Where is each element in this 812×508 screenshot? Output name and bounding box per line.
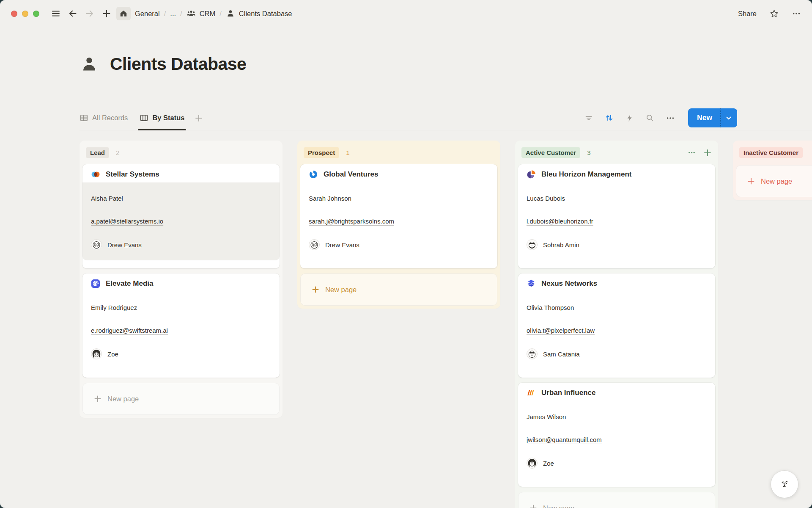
share-button[interactable]: Share: [738, 10, 757, 18]
column-header: Inactive Customer: [736, 144, 812, 164]
board-card[interactable]: Urban InfluenceJames Wilsonjwilson@quant…: [518, 383, 715, 487]
avatar-zoe-icon: [91, 348, 102, 359]
close-window-button[interactable]: [11, 11, 17, 17]
column-status-pill[interactable]: Active Customer: [521, 147, 580, 158]
card-owner: Zoe: [527, 458, 708, 469]
more-options-icon[interactable]: [792, 9, 801, 18]
plus-icon: [102, 9, 111, 18]
search-icon[interactable]: [645, 113, 654, 122]
new-button-label: New: [688, 108, 720, 127]
minimize-window-button[interactable]: [22, 11, 28, 17]
notion-face-icon: [778, 478, 791, 491]
card-contact-name: Olivia Thompson: [527, 303, 708, 313]
view-tabs: All Records By Status: [80, 106, 184, 130]
diagonal-stripes-icon: [527, 388, 536, 398]
tab-all-records[interactable]: All Records: [80, 106, 128, 130]
new-page-button[interactable]: New page: [518, 492, 715, 508]
avatar-drew-icon: [309, 239, 320, 250]
layer-stack-icon: [527, 279, 536, 288]
new-page-label: New page: [543, 504, 574, 508]
view-toolbar: New: [584, 106, 737, 130]
new-record-button[interactable]: New: [688, 108, 737, 127]
board-card[interactable]: Global VenturesSarah Johnsonsarah.j@brig…: [300, 164, 497, 268]
person-icon: [226, 9, 235, 18]
column-status-pill[interactable]: Prospect: [304, 147, 339, 158]
board-card[interactable]: Bleu Horizon ManagementLucas Duboisl.dub…: [518, 164, 715, 268]
tab-by-status[interactable]: By Status: [140, 106, 184, 130]
pie-purple-orange-icon: [527, 170, 536, 179]
tab-label: All Records: [92, 114, 128, 122]
avatar-sam-icon: [527, 348, 538, 359]
board-card[interactable]: Stellar SystemsAisha Patela.patel@stella…: [82, 164, 280, 268]
new-page-button[interactable]: New page: [736, 165, 812, 197]
new-tab-button[interactable]: [99, 7, 114, 20]
breadcrumb-item[interactable]: CRM: [187, 9, 216, 18]
page-person-icon: [80, 55, 99, 74]
card-fields: Lucas Duboisl.dubois@bleuhorizon.frSohra…: [518, 182, 715, 260]
home-button[interactable]: [116, 7, 131, 20]
card-email-link[interactable]: olivia.t@pixelperfect.law: [527, 326, 595, 336]
automation-lightning-icon[interactable]: [625, 114, 634, 122]
avatar-sohrab-icon: [527, 239, 538, 250]
board-card[interactable]: Elevate MediaEmily Rodrigueze.rodriguez@…: [82, 273, 280, 378]
new-page-label: New page: [325, 286, 357, 294]
window-controls: [11, 11, 39, 17]
zoom-window-button[interactable]: [33, 11, 39, 17]
card-owner: Sohrab Amin: [527, 239, 708, 250]
column-add-card-icon[interactable]: [703, 149, 712, 157]
card-email-link[interactable]: a.patel@stellarsystems.io: [91, 216, 163, 226]
board-card[interactable]: Nexus NetworksOlivia Thompsonolivia.t@pi…: [518, 273, 715, 378]
card-email-link[interactable]: sarah.j@brightsparksolns.com: [309, 216, 394, 226]
card-email-link[interactable]: jwilson@quantumquill.com: [527, 435, 602, 445]
nav-forward-button[interactable]: [82, 7, 97, 20]
filter-icon[interactable]: [584, 114, 593, 122]
new-page-button[interactable]: New page: [300, 273, 497, 306]
back-arrow-icon: [68, 9, 77, 18]
card-email-link[interactable]: l.dubois@bleuhorizon.fr: [527, 216, 593, 226]
page-title: Clients Database: [110, 54, 246, 74]
card-title: Elevate Media: [106, 279, 153, 288]
owner-name: Sohrab Amin: [543, 241, 579, 248]
breadcrumb: General/.../CRM/Clients Database: [135, 9, 292, 18]
sidebar-toggle-button[interactable]: [49, 7, 63, 20]
column-count: 3: [587, 149, 590, 156]
column-header: Prospect1: [300, 144, 497, 164]
owner-name: Drew Evans: [107, 241, 142, 248]
column-more-icon[interactable]: [688, 149, 696, 157]
ai-assistant-button[interactable]: [771, 471, 798, 498]
card-title-row: Urban Influence: [518, 383, 715, 401]
column-count: 1: [346, 149, 349, 156]
plus-icon: [312, 286, 319, 293]
card-contact-name: Aisha Patel: [91, 193, 273, 204]
breadcrumb-label: ...: [170, 10, 176, 18]
card-title-row: Stellar Systems: [82, 164, 280, 182]
new-page-label: New page: [761, 177, 792, 185]
favorite-star-icon[interactable]: [769, 9, 779, 19]
new-page-button[interactable]: New page: [82, 383, 280, 415]
add-view-button[interactable]: [195, 106, 203, 130]
app-window: General/.../CRM/Clients Database Share C…: [0, 0, 812, 508]
breadcrumb-separator: /: [180, 10, 182, 18]
plus-icon: [529, 504, 537, 508]
sort-icon[interactable]: [604, 113, 614, 123]
card-email-link[interactable]: e.rodriguez@swiftstream.ai: [91, 326, 168, 336]
card-owner: Sam Catania: [527, 348, 708, 359]
card-title: Stellar Systems: [106, 170, 159, 179]
breadcrumb-item[interactable]: Clients Database: [226, 9, 292, 18]
card-title: Bleu Horizon Management: [541, 170, 631, 179]
table-view-icon: [80, 113, 88, 122]
avatar-zoe-icon: [527, 458, 538, 469]
column-header: Active Customer3: [518, 144, 715, 164]
breadcrumb-separator: /: [219, 10, 222, 18]
column-status-pill[interactable]: Lead: [86, 147, 109, 158]
breadcrumb-item[interactable]: General: [135, 10, 160, 18]
nav-back-button[interactable]: [66, 7, 80, 20]
board-column-inactive-customer: Inactive CustomerNew page: [733, 141, 812, 200]
breadcrumb-item[interactable]: ...: [170, 10, 176, 18]
home-icon: [120, 10, 127, 17]
card-fields: Sarah Johnsonsarah.j@brightsparksolns.co…: [300, 182, 497, 260]
view-more-icon[interactable]: [666, 113, 675, 123]
column-status-pill[interactable]: Inactive Customer: [739, 147, 803, 158]
new-button-dropdown[interactable]: [720, 108, 737, 127]
spiral-square-icon: [91, 279, 100, 288]
